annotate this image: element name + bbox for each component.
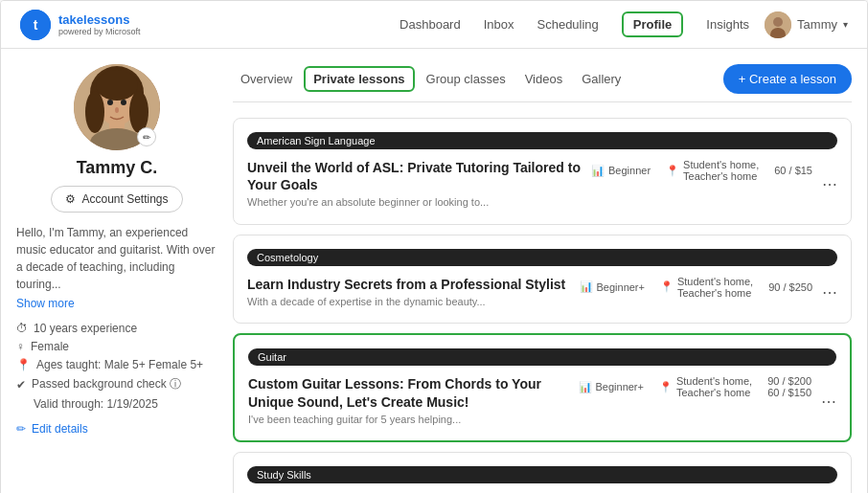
svg-point-3	[773, 17, 783, 27]
logo-icon: t	[20, 10, 51, 40]
level-asl: Beginner	[608, 165, 651, 176]
lesson-tag-guitar: Guitar	[248, 348, 836, 366]
lesson-title-cosmetology[interactable]: Learn Industry Secrets from a Profession…	[247, 276, 570, 293]
stat-location-cosmetology: 📍 Student's home, Teacher's home	[660, 276, 753, 299]
tab-overview[interactable]: Overview	[233, 68, 300, 90]
meta-experience: ⏱ 10 years experience	[16, 322, 217, 335]
svg-point-8	[85, 91, 104, 133]
lesson-info-cosmetology: Learn Industry Secrets from a Profession…	[247, 276, 570, 310]
user-name: Tammy	[797, 17, 837, 32]
ages-icon: 📍	[16, 358, 31, 371]
location-text-asl: Student's home, Teacher's home	[683, 159, 759, 182]
nav-dashboard[interactable]: Dashboard	[400, 13, 461, 35]
lesson-stats-guitar: 📊 Beginner+ 📍 Student's home, Teacher's …	[579, 375, 812, 398]
lesson-row-cosmetology: Learn Industry Secrets from a Profession…	[247, 276, 837, 310]
meta-background: ✔ Passed background check ⓘ	[16, 376, 217, 392]
lesson-stats-cosmetology: 📊 Beginner+ 📍 Student's home, Teacher's …	[580, 276, 813, 299]
main-container: ✏ Tammy C. ⚙ Account Settings Hello, I'm…	[1, 49, 867, 493]
svg-point-12	[121, 100, 126, 105]
bar-chart-icon-cosm: 📊	[580, 280, 593, 293]
more-options-guitar[interactable]: ⋯	[821, 392, 836, 411]
logo-name: takelessons	[58, 12, 141, 27]
lesson-tag-asl: American Sign Language	[247, 132, 837, 149]
avatar-edit-button[interactable]: ✏	[137, 127, 156, 146]
stat-location-guitar: 📍 Student's home, Teacher's home	[659, 375, 752, 398]
tabs-bar: Overview Private lessons Group classes V…	[233, 64, 852, 102]
stat-price-asl: 60 / $15	[774, 165, 812, 176]
gender-text: Female	[31, 340, 69, 353]
lesson-tag-cosmetology: Cosmetology	[247, 249, 837, 266]
stat-level-asl: 📊 Beginner	[591, 165, 651, 177]
more-options-cosmetology[interactable]: ⋯	[822, 283, 837, 302]
logo-area: t takelessons powered by Microsoft	[20, 10, 141, 40]
location-icon-asl: 📍	[666, 165, 679, 177]
svg-point-11	[107, 100, 113, 105]
gender-icon: ♀	[16, 340, 25, 353]
gear-icon: ⚙	[65, 192, 76, 206]
bar-chart-icon-guitar: 📊	[579, 381, 592, 393]
nav-insights[interactable]: Insights	[706, 13, 749, 35]
edit-details-link[interactable]: ✏ Edit details	[16, 422, 217, 436]
experience-text: 10 years experience	[34, 322, 137, 335]
avatar-wrapper: ✏	[74, 64, 160, 150]
account-settings-label: Account Settings	[81, 192, 168, 206]
content-area: Overview Private lessons Group classes V…	[233, 64, 852, 493]
stat-level-guitar: 📊 Beginner+	[579, 381, 644, 393]
lesson-info-guitar: Custom Guitar Lessons: From Chords to Yo…	[248, 375, 569, 427]
location-text-cosmetology: Student's home, Teacher's home	[677, 276, 753, 299]
svg-point-13	[115, 107, 119, 113]
create-lesson-button[interactable]: + Create a lesson	[723, 64, 852, 94]
avatar	[765, 11, 791, 38]
sidebar: ✏ Tammy C. ⚙ Account Settings Hello, I'm…	[16, 64, 217, 493]
lesson-title-asl[interactable]: Unveil the World of ASL: Private Tutorin…	[247, 159, 582, 193]
profile-meta: ⏱ 10 years experience ♀ Female 📍 Ages ta…	[16, 322, 217, 411]
meta-gender: ♀ Female	[16, 340, 217, 353]
tab-videos[interactable]: Videos	[517, 68, 571, 90]
nav-inbox[interactable]: Inbox	[484, 13, 514, 35]
bio-text: Hello, I'm Tammy, an experienced music e…	[16, 224, 217, 293]
profile-name: Tammy C.	[77, 158, 158, 178]
chevron-down-icon: ▾	[843, 19, 848, 30]
main-nav: Dashboard Inbox Scheduling Profile Insig…	[400, 11, 749, 37]
valid-text: Valid through: 1/19/2025	[34, 397, 158, 411]
svg-text:t: t	[34, 17, 38, 33]
lesson-card-cosmetology: Cosmetology Learn Industry Secrets from …	[233, 235, 852, 325]
lesson-desc-asl: Whether you're an absolute beginner or l…	[247, 195, 582, 210]
nav-profile[interactable]: Profile	[622, 11, 683, 37]
lesson-row-asl: Unveil the World of ASL: Private Tutorin…	[247, 159, 837, 211]
location-icon-guitar: 📍	[659, 381, 673, 393]
header: t takelessons powered by Microsoft Dashb…	[1, 1, 867, 49]
check-icon: ✔	[16, 378, 26, 392]
svg-point-10	[96, 70, 138, 101]
lesson-card-asl: American Sign Language Unveil the World …	[233, 118, 852, 225]
nav-scheduling[interactable]: Scheduling	[537, 13, 599, 35]
page-wrapper: t takelessons powered by Microsoft Dashb…	[0, 0, 868, 493]
tab-gallery[interactable]: Gallery	[574, 68, 628, 90]
more-options-asl[interactable]: ⋯	[822, 175, 837, 193]
tab-private-lessons[interactable]: Private lessons	[304, 66, 414, 92]
experience-icon: ⏱	[16, 322, 28, 335]
lesson-card-guitar: Guitar Custom Guitar Lessons: From Chord…	[233, 333, 852, 442]
lesson-desc-cosmetology: With a decade of expertise in the dynami…	[247, 295, 570, 309]
lesson-tag-studyskills: Study Skills	[247, 466, 837, 483]
stat-location-asl: 📍 Student's home, Teacher's home	[666, 159, 759, 182]
user-area[interactable]: Tammy ▾	[765, 11, 848, 38]
show-more-link[interactable]: Show more	[16, 297, 217, 310]
lesson-stats-asl: 📊 Beginner 📍 Student's home, Teacher's h…	[591, 159, 812, 182]
bar-chart-icon: 📊	[591, 165, 605, 177]
lesson-card-studyskills: Study Skills Need help studying? I can h…	[233, 452, 852, 493]
ages-text: Ages taught: Male 5+ Female 5+	[36, 358, 203, 371]
logo-sub: powered by Microsoft	[58, 27, 141, 36]
edit-details-label: Edit details	[32, 422, 88, 436]
logo-text: takelessons powered by Microsoft	[58, 12, 141, 36]
lesson-row-guitar: Custom Guitar Lessons: From Chords to Yo…	[248, 375, 836, 427]
pencil-icon: ✏	[16, 422, 26, 436]
lesson-title-guitar[interactable]: Custom Guitar Lessons: From Chords to Yo…	[248, 375, 569, 410]
stat-price-cosmetology: 90 / $250	[768, 281, 812, 293]
lesson-info-asl: Unveil the World of ASL: Private Tutorin…	[247, 159, 582, 211]
background-text: Passed background check ⓘ	[32, 376, 181, 392]
tab-group-classes[interactable]: Group classes	[419, 68, 514, 90]
profile-avatar-section: ✏ Tammy C. ⚙ Account Settings	[16, 64, 217, 213]
account-settings-button[interactable]: ⚙ Account Settings	[51, 186, 182, 213]
stat-price-guitar: 90 / $200 60 / $150	[767, 375, 811, 398]
